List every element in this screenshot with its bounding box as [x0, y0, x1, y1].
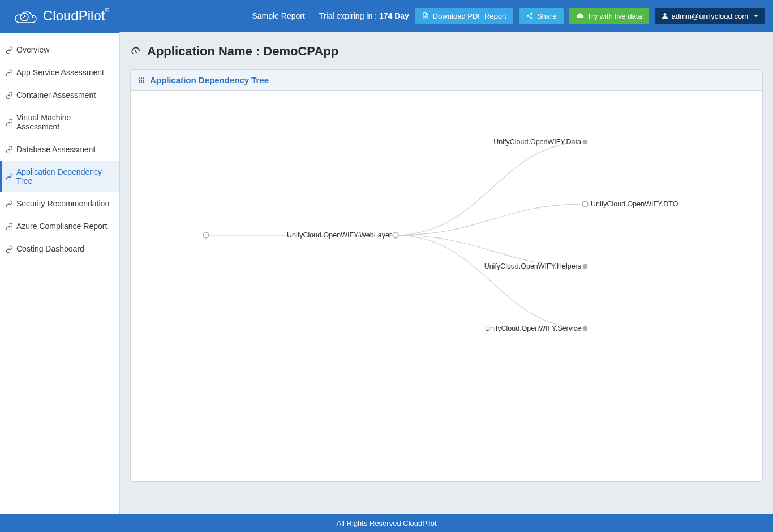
link-icon	[6, 173, 13, 180]
link-icon	[6, 223, 13, 230]
cloud-icon	[576, 12, 584, 20]
dependency-tree-svg[interactable]: UnifyCloud.OpenWIFY.WebLayer UnifyCloud.…	[131, 91, 762, 481]
user-icon	[662, 12, 668, 19]
sidebar-item-label: Azure Compliance Report	[16, 222, 107, 231]
link-icon	[6, 92, 13, 99]
trial-prefix: Trial expiring in :	[319, 11, 379, 20]
sidebar-item-overview[interactable]: Overview	[0, 38, 119, 61]
link-icon	[6, 119, 13, 126]
tree-link	[396, 235, 585, 266]
sidebar-item-vm[interactable]: Virtual Machine Assessment	[0, 106, 119, 138]
share-icon	[526, 12, 534, 20]
sidebar-item-label: Database Assessment	[16, 145, 95, 154]
panel-header: Application Dependency Tree	[131, 70, 762, 91]
user-menu-button[interactable]: admin@unifycloud.com	[655, 8, 765, 24]
link-icon	[6, 146, 13, 153]
sidebar-item-dependency-tree[interactable]: Application Dependency Tree	[0, 161, 119, 192]
sidebar-item-costing[interactable]: Costing Dashboard	[0, 237, 119, 260]
share-label: Share	[537, 12, 557, 20]
tree-leaf-node[interactable]	[583, 264, 587, 269]
header-right: Sample Report Trial expiring in : 174 Da…	[252, 8, 765, 24]
main-content: Application Name : DemoCPApp Application…	[120, 32, 773, 514]
tree-mid-label: UnifyCloud.OpenWIFY.WebLayer	[287, 231, 392, 239]
caret-down-icon	[754, 15, 758, 17]
cloud-logo-icon	[8, 6, 41, 26]
dependency-tree-panel: Application Dependency Tree UnifyCloud.O…	[130, 69, 763, 482]
tree-link	[396, 235, 585, 328]
brand-name: CloudPilot	[43, 8, 105, 24]
dashboard-icon	[130, 46, 141, 57]
brand-logo[interactable]: CloudPilot ®	[8, 6, 109, 26]
tree-leaf-label: UnifyCloud.OpenWIFY.Helpers	[484, 262, 581, 270]
tree-link	[396, 204, 585, 235]
page-title-appname: DemoCPApp	[263, 44, 338, 58]
link-icon	[6, 46, 13, 54]
header-divider	[312, 10, 312, 21]
tree-leaf-label: UnifyCloud.OpenWIFY.Data	[493, 138, 581, 146]
sidebar-item-container[interactable]: Container Assessment	[0, 84, 119, 106]
tree-leaf-node[interactable]	[583, 326, 587, 331]
download-pdf-button[interactable]: Download PDF Report	[415, 8, 513, 24]
tree-leaf-label: UnifyCloud.OpenWIFY.DTO	[591, 200, 678, 208]
link-icon	[6, 69, 13, 76]
grid-icon	[138, 76, 145, 84]
file-download-icon	[422, 12, 430, 20]
footer-text: All Rights Reserved CloudPilot	[336, 519, 436, 527]
tree-root-node[interactable]	[203, 232, 209, 238]
footer: All Rights Reserved CloudPilot	[0, 514, 773, 532]
panel-body: UnifyCloud.OpenWIFY.WebLayer UnifyCloud.…	[131, 91, 762, 481]
tree-mid-node[interactable]	[393, 232, 398, 238]
sidebar-item-label: Virtual Machine Assessment	[16, 113, 114, 131]
trial-days: 174 Day	[379, 11, 409, 20]
download-pdf-label: Download PDF Report	[433, 12, 506, 20]
user-email: admin@unifycloud.com	[672, 12, 748, 20]
sidebar-item-label: Application Dependency Tree	[16, 167, 114, 185]
tree-leaf-node[interactable]	[582, 201, 588, 207]
share-button[interactable]: Share	[519, 8, 564, 24]
tree-leaf-node[interactable]	[583, 140, 587, 144]
panel-title: Application Dependency Tree	[150, 75, 269, 85]
page-title: Application Name : DemoCPApp	[130, 44, 763, 59]
sidebar-item-label: Security Recommendation	[16, 199, 109, 208]
brand-trademark: ®	[105, 7, 109, 14]
sidebar-item-security[interactable]: Security Recommendation	[0, 192, 119, 215]
sidebar-item-label: Container Assessment	[16, 90, 96, 100]
page-title-prefix: Application Name :	[147, 44, 263, 58]
tree-leaf-label: UnifyCloud.OpenWIFY.Service	[485, 325, 581, 332]
link-icon	[6, 245, 13, 253]
sidebar-item-label: App Service Assessment	[16, 68, 104, 77]
sidebar-item-app-service[interactable]: App Service Assessment	[0, 61, 119, 84]
sidebar-item-label: Overview	[16, 45, 49, 54]
sidebar-item-label: Costing Dashboard	[16, 244, 84, 253]
header-bar: CloudPilot ® Sample Report Trial expirin…	[0, 0, 773, 32]
sidebar-item-database[interactable]: Database Assessment	[0, 138, 119, 161]
tree-link	[396, 142, 585, 235]
try-live-button[interactable]: Try with live data	[569, 8, 649, 24]
trial-status: Trial expiring in : 174 Day	[319, 11, 409, 20]
sidebar-item-azure-compliance[interactable]: Azure Compliance Report	[0, 215, 119, 237]
link-icon	[6, 200, 13, 207]
sample-report-link[interactable]: Sample Report	[252, 11, 304, 20]
try-live-label: Try with live data	[587, 12, 642, 20]
sidebar: Overview App Service Assessment Containe…	[0, 32, 120, 514]
